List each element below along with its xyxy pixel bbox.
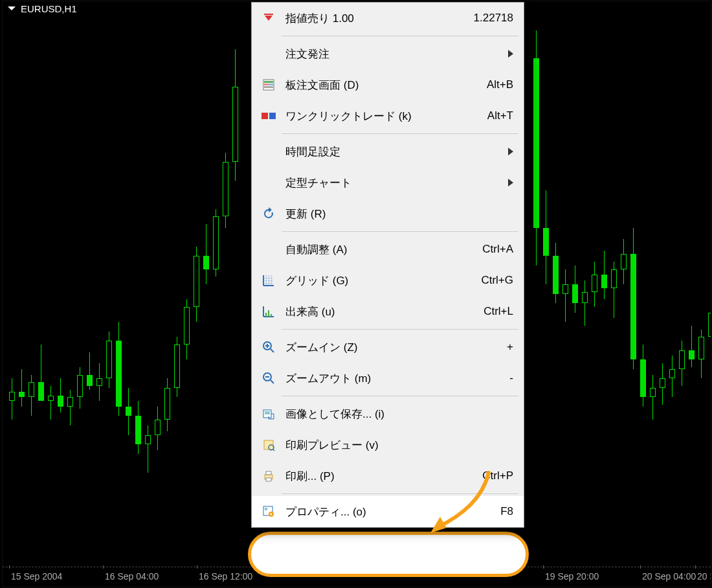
menu-label: 更新 (R) [285,207,513,221]
properties-icon [260,503,278,521]
blank-icon [260,142,278,161]
menu-shortcut: Ctrl+G [481,274,513,287]
menu-separator [282,133,518,134]
submenu-arrow-icon [508,50,513,58]
svg-rect-4 [264,84,269,85]
menu-label: 出来高 (u) [285,304,484,319]
menu-shortcut: - [509,372,513,385]
svg-rect-5 [269,84,273,85]
svg-rect-11 [268,310,269,317]
menu-label: 時間足設定 [285,144,502,159]
svg-rect-21 [265,411,270,414]
menu-separator [282,36,518,36]
menu-trading[interactable]: 注文発注 [252,38,524,69]
print-preview-icon [260,436,278,454]
menu-shortcut: + [507,341,513,354]
grid-icon [260,271,278,289]
zoom-out-icon [260,369,278,387]
menu-separator [282,231,518,232]
svg-rect-6 [264,86,269,88]
menu-shortcut: Alt+B [487,78,513,91]
zoom-in-icon [260,338,278,356]
menu-refresh[interactable]: 更新 (R) [252,198,524,229]
menu-grid[interactable]: グリッド (G) Ctrl+G [252,265,524,296]
refresh-icon [260,205,278,223]
sell-arrow-icon [260,9,278,27]
menu-label: 注文発注 [285,47,502,62]
svg-line-18 [271,380,274,383]
menu-value: 1.22718 [474,12,513,25]
menu-one-click[interactable]: ワンクリックトレード (k) Alt+T [252,100,524,131]
blank-icon [260,240,278,258]
menu-label: ズームイン (Z) [285,340,507,355]
svg-rect-29 [265,508,267,510]
chart-title-bar[interactable]: EURUSD,H1 [3,1,77,16]
menu-shortcut: Ctrl+L [484,305,513,318]
volumes-icon [260,302,278,321]
svg-rect-10 [265,313,267,317]
menu-zoom-in[interactable]: ズームイン (Z) + [252,332,524,363]
menu-zoom-out[interactable]: ズームアウト (m) - [252,363,524,394]
menu-label: 定型チャート [285,175,502,190]
save-image-icon [260,405,278,423]
blank-icon [260,45,278,63]
depth-of-market-icon [260,76,278,94]
menu-separator [282,396,518,396]
context-menu: 指値売り 1.00 1.22718 注文発注 板注文画面 (D) Alt+B [251,2,524,528]
chart-title: EURUSD,H1 [21,3,77,14]
menu-shortcut: F8 [500,505,513,518]
submenu-arrow-icon [508,148,513,155]
menu-label: 自動調整 (A) [285,242,482,257]
menu-label: ワンクリックトレード (k) [285,109,487,124]
app-root: EURUSD,H1 15 Sep 200416 Sep 04:0016 Sep … [0,0,712,588]
menu-label: グリッド (G) [285,273,481,288]
svg-point-31 [271,514,273,515]
menu-autoscale[interactable]: 自動調整 (A) Ctrl+A [252,234,524,265]
oneclick-icon [260,107,278,125]
menu-label: 画像として保存... (i) [285,407,513,422]
menu-templates[interactable]: 定型チャート [252,167,524,198]
svg-rect-12 [271,314,272,317]
menu-label: 印刷プレビュー (v) [285,438,513,453]
print-icon [260,467,278,485]
menu-volumes[interactable]: 出来高 (u) Ctrl+L [252,296,524,327]
arrow-annotation [421,469,498,541]
menu-print-preview[interactable]: 印刷プレビュー (v) [252,429,524,460]
menu-timeframes[interactable]: 時間足設定 [252,136,524,167]
svg-rect-8 [261,113,268,119]
chevron-down-icon [8,6,16,10]
menu-dom[interactable]: 板注文画面 (D) Alt+B [252,69,524,100]
svg-rect-2 [264,81,269,83]
svg-rect-7 [269,86,273,88]
svg-rect-0 [264,14,273,15]
svg-line-14 [271,349,274,352]
blank-icon [260,174,278,192]
menu-shortcut: Ctrl+A [482,243,513,256]
svg-rect-3 [269,81,273,83]
menu-label: 指値売り 1.00 [285,11,474,26]
menu-separator [282,329,518,330]
menu-label: ズームアウト (m) [285,371,509,386]
menu-label: 板注文画面 (D) [285,78,487,93]
svg-rect-9 [269,113,276,119]
svg-rect-26 [266,471,271,475]
menu-shortcut: Alt+T [487,109,513,122]
menu-sell-limit[interactable]: 指値売り 1.00 1.22718 [252,3,524,34]
svg-line-24 [273,449,274,451]
menu-save-image[interactable]: 画像として保存... (i) [252,398,524,429]
submenu-arrow-icon [508,179,513,187]
svg-rect-27 [266,478,271,481]
